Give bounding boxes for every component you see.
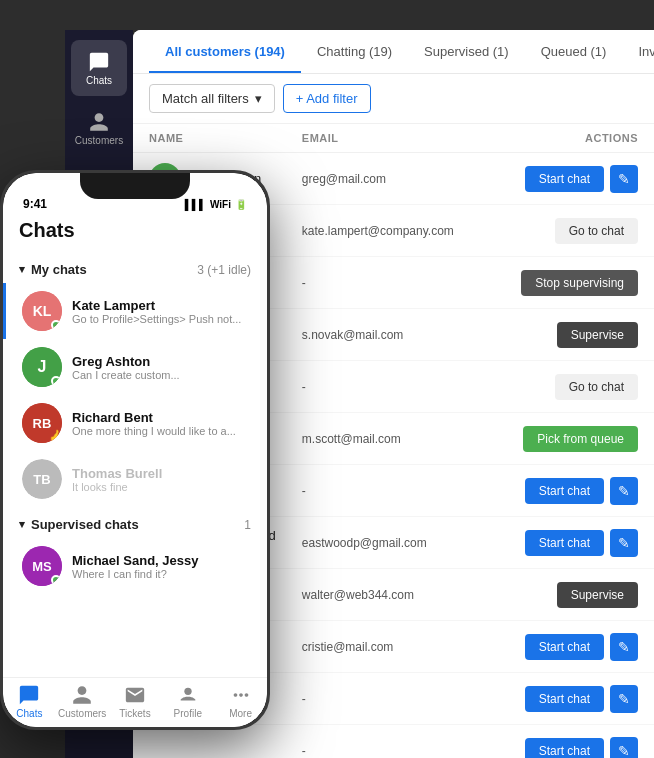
- phone-screen: 9:41 ▌▌▌ WiFi 🔋 Chats ▾ My chats 3 (+1 i…: [3, 173, 267, 727]
- phone-time: 9:41: [23, 183, 47, 211]
- chat-item-thomas[interactable]: TB Thomas Burell It looks fine: [3, 451, 267, 507]
- supervised-chats-header: ▾ Supervised chats 1: [3, 507, 267, 538]
- chat-name-michael: Michael Sand, Jessy: [72, 553, 251, 568]
- match-filter-label: Match all filters: [162, 91, 249, 106]
- sidebar-item-customers[interactable]: Customers: [71, 100, 127, 156]
- battery-icon: 🔋: [235, 199, 247, 210]
- my-chats-count: 3 (+1 idle): [197, 263, 251, 277]
- edit-button[interactable]: ✎: [610, 529, 638, 557]
- chat-preview-thomas: It looks fine: [72, 481, 251, 493]
- phone-overlay: 9:41 ▌▌▌ WiFi 🔋 Chats ▾ My chats 3 (+1 i…: [0, 170, 270, 730]
- phone-nav-customers-label: Customers: [58, 708, 106, 719]
- edit-button[interactable]: ✎: [610, 477, 638, 505]
- chat-item-michael[interactable]: MS Michael Sand, Jessy Where I can find …: [3, 538, 267, 594]
- supervised-label: Supervised chats: [31, 517, 139, 532]
- col-actions: ACTIONS: [485, 132, 638, 144]
- phone-nav-tickets[interactable]: Tickets: [109, 684, 162, 719]
- chat-info-thomas: Thomas Burell It looks fine: [72, 466, 251, 493]
- chat-info-michael: Michael Sand, Jessy Where I can find it?: [72, 553, 251, 580]
- tab-supervised[interactable]: Supervised (1): [408, 30, 525, 73]
- sidebar-customers-label: Customers: [75, 135, 123, 146]
- actions-cell: Start chat✎: [485, 529, 638, 557]
- my-chats-chevron: ▾: [19, 263, 25, 276]
- chat-preview-michael: Where I can find it?: [72, 568, 251, 580]
- tab-queued[interactable]: Queued (1): [525, 30, 623, 73]
- chat-name-thomas: Thomas Burell: [72, 466, 251, 481]
- chat-info-greg: Greg Ashton Can I create custom...: [72, 354, 251, 381]
- email-cell: m.scott@mail.com: [302, 432, 485, 446]
- email-cell: walter@web344.com: [302, 588, 485, 602]
- phone-chat-list: ▾ My chats 3 (+1 idle) KL Kate Lampert G…: [3, 252, 267, 677]
- actions-cell: Supervise: [485, 582, 638, 608]
- email-cell: greg@mail.com: [302, 172, 485, 186]
- actions-cell: Start chat✎: [485, 633, 638, 661]
- go-to-chat-button[interactable]: Go to chat: [555, 374, 638, 400]
- email-cell: -: [302, 484, 485, 498]
- start-chat-button[interactable]: Start chat: [525, 686, 604, 712]
- phone-nav-tickets-label: Tickets: [119, 708, 150, 719]
- actions-cell: Pick from queue: [485, 426, 638, 452]
- edit-button[interactable]: ✎: [610, 165, 638, 193]
- stop-supervising-button[interactable]: Stop supervising: [521, 270, 638, 296]
- chevron-down-icon: ▾: [255, 91, 262, 106]
- avatar-richard: RB 👍: [22, 403, 62, 443]
- actions-cell: Start chat✎: [485, 165, 638, 193]
- actions-cell: Start chat✎: [485, 477, 638, 505]
- go-to-chat-button[interactable]: Go to chat: [555, 218, 638, 244]
- chat-info-kate: Kate Lampert Go to Profile>Settings> Pus…: [72, 298, 251, 325]
- chat-name-richard: Richard Bent: [72, 410, 251, 425]
- pick-from-queue-button[interactable]: Pick from queue: [523, 426, 638, 452]
- start-chat-button[interactable]: Start chat: [525, 166, 604, 192]
- actions-cell: Supervise: [485, 322, 638, 348]
- phone-header: Chats: [3, 215, 267, 252]
- phone-nav-profile[interactable]: Profile: [161, 684, 214, 719]
- email-cell: cristie@mail.com: [302, 640, 485, 654]
- phone-nav-customers[interactable]: Customers: [56, 684, 109, 719]
- col-email: EMAIL: [302, 132, 485, 144]
- supervise-button[interactable]: Supervise: [557, 322, 638, 348]
- phone-nav-profile-label: Profile: [174, 708, 202, 719]
- supervise-button[interactable]: Supervise: [557, 582, 638, 608]
- actions-cell: Go to chat: [485, 218, 638, 244]
- start-chat-button[interactable]: Start chat: [525, 530, 604, 556]
- chat-preview-greg: Can I create custom...: [72, 369, 251, 381]
- sidebar-chats-label: Chats: [86, 75, 112, 86]
- wifi-icon: WiFi: [210, 199, 231, 210]
- start-chat-button[interactable]: Start chat: [525, 478, 604, 504]
- actions-cell: Go to chat: [485, 374, 638, 400]
- tab-all-customers[interactable]: All customers (194): [149, 30, 301, 73]
- tab-invited[interactable]: Invi...: [622, 30, 654, 73]
- my-chats-label: My chats: [31, 262, 87, 277]
- phone-nav-more[interactable]: More: [214, 684, 267, 719]
- edit-button[interactable]: ✎: [610, 685, 638, 713]
- tab-chatting[interactable]: Chatting (19): [301, 30, 408, 73]
- email-cell: eastwoodp@gmail.com: [302, 536, 485, 550]
- avatar-thomas: TB: [22, 459, 62, 499]
- signal-icon: ▌▌▌: [185, 199, 206, 210]
- match-filter-button[interactable]: Match all filters ▾: [149, 84, 275, 113]
- email-cell: -: [302, 276, 485, 290]
- add-filter-button[interactable]: + Add filter: [283, 84, 371, 113]
- col-name: NAME: [149, 132, 302, 144]
- chat-item-greg[interactable]: J Greg Ashton Can I create custom...: [3, 339, 267, 395]
- email-cell: -: [302, 744, 485, 758]
- start-chat-button[interactable]: Start chat: [525, 738, 604, 759]
- supervised-count: 1: [244, 518, 251, 532]
- sidebar-item-chats[interactable]: Chats: [71, 40, 127, 96]
- email-cell: kate.lampert@company.com: [302, 224, 485, 238]
- start-chat-button[interactable]: Start chat: [525, 634, 604, 660]
- edit-button[interactable]: ✎: [610, 737, 638, 759]
- actions-cell: Stop supervising: [485, 270, 638, 296]
- my-chats-section-header: ▾ My chats 3 (+1 idle): [3, 252, 267, 283]
- tabs-row: All customers (194) Chatting (19) Superv…: [133, 30, 654, 74]
- chat-name-greg: Greg Ashton: [72, 354, 251, 369]
- chat-item-richard[interactable]: RB 👍 Richard Bent One more thing I would…: [3, 395, 267, 451]
- filters-row: Match all filters ▾ + Add filter: [133, 74, 654, 124]
- chat-preview-kate: Go to Profile>Settings> Push not...: [72, 313, 251, 325]
- phone-nav-chats[interactable]: Chats: [3, 684, 56, 719]
- avatar-greg: J: [22, 347, 62, 387]
- edit-button[interactable]: ✎: [610, 633, 638, 661]
- chat-item-kate[interactable]: KL Kate Lampert Go to Profile>Settings> …: [3, 283, 267, 339]
- phone-title: Chats: [19, 219, 75, 241]
- avatar-michael: MS: [22, 546, 62, 586]
